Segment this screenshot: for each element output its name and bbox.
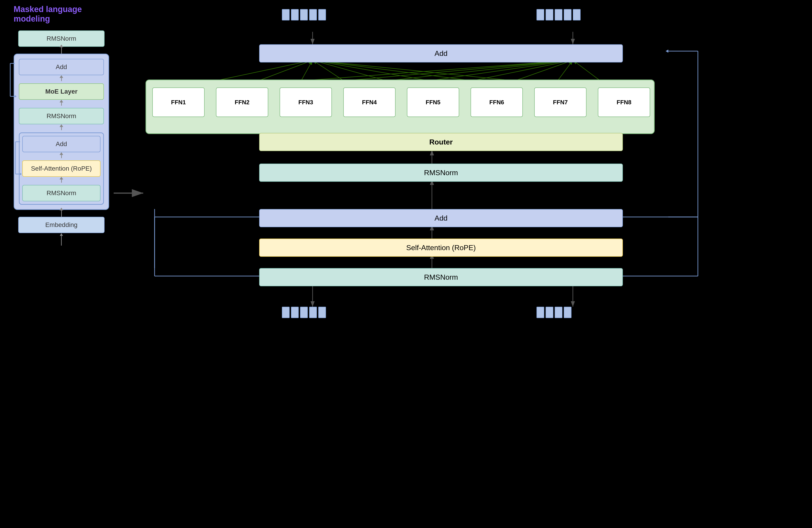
token-grid-top-left bbox=[282, 9, 326, 20]
svg-marker-9 bbox=[60, 233, 63, 236]
arrow-6 bbox=[61, 179, 62, 183]
left-moe-layer: MoE Layer bbox=[19, 83, 104, 100]
token-grid-bot-right bbox=[536, 307, 571, 318]
arrow-7 bbox=[61, 210, 62, 217]
input-arrow bbox=[58, 233, 65, 247]
ffn-box-5: FFN5 bbox=[407, 87, 459, 117]
token-grid-top-right bbox=[536, 9, 581, 20]
arrow-4 bbox=[61, 127, 62, 130]
ffn-box-4: FFN4 bbox=[343, 87, 395, 117]
right-router: Router bbox=[259, 133, 623, 151]
right-rmsnorm-bot: RMSNorm bbox=[259, 268, 623, 286]
transformer-block-outer: Add MoE Layer RMSNorm Add Self-Attention… bbox=[14, 54, 109, 210]
arrow-up-1 bbox=[61, 47, 62, 54]
right-rmsnorm-router: RMSNorm bbox=[259, 164, 623, 182]
attention-sub-block: Add Self-Attention (RoPE) RMSNorm bbox=[19, 132, 104, 205]
left-rmsnorm-mid: RMSNorm bbox=[19, 108, 104, 124]
ffn-box-3: FFN3 bbox=[280, 87, 332, 117]
svg-marker-7 bbox=[20, 173, 22, 175]
right-self-attention: Self-Attention (RoPE) bbox=[259, 238, 623, 257]
ffn-box-6: FFN6 bbox=[470, 87, 523, 117]
left-self-attention: Self-Attention (RoPE) bbox=[22, 160, 101, 177]
diagram-title: Masked language modeling bbox=[14, 4, 114, 24]
left-add-top: Add bbox=[19, 59, 104, 75]
arrow-3 bbox=[61, 102, 62, 106]
ffn-box-7: FFN7 bbox=[534, 87, 586, 117]
svg-marker-48 bbox=[666, 49, 668, 53]
ffn-box-1: FFN1 bbox=[152, 87, 205, 117]
token-grid-bot-left bbox=[282, 307, 326, 318]
left-rmsnorm-bot: RMSNorm bbox=[22, 185, 101, 201]
arrow-2 bbox=[61, 77, 62, 81]
ffn-box-8: FFN8 bbox=[598, 87, 650, 117]
left-add-bot: Add bbox=[22, 136, 101, 152]
feedback-arrow-top bbox=[8, 57, 17, 102]
ffn-box-2: FFN2 bbox=[216, 87, 268, 117]
svg-marker-3 bbox=[15, 95, 17, 98]
left-diagram: Masked language modeling RMSNorm Add MoE… bbox=[14, 4, 114, 247]
arrow-5 bbox=[61, 155, 62, 158]
right-add-top: Add bbox=[259, 44, 623, 62]
right-add-mid: Add bbox=[259, 209, 623, 227]
right-diagram: Add FFN1 FFN2 FFN3 FFN4 FFN5 FFN6 FFN7 F… bbox=[141, 4, 800, 523]
feedback-arrow-inner bbox=[14, 135, 22, 179]
left-embedding: Embedding bbox=[18, 217, 104, 233]
